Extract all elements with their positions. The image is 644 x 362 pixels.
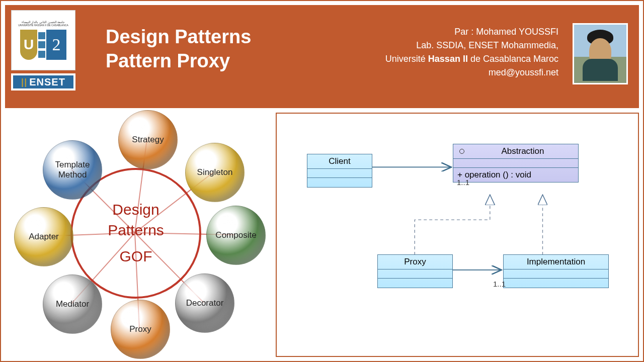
logo-bars <box>38 30 45 60</box>
uml-class-client: Client <box>307 154 372 188</box>
pattern-ball-strategy: Strategy <box>118 110 178 169</box>
center-l2: Patterns <box>108 220 164 241</box>
uml-class-proxy: Proxy <box>377 254 453 288</box>
title-line-1: Design Patterns <box>106 25 251 49</box>
uml-class-abstraction: Abstraction + operation () : void <box>453 144 579 183</box>
slide: جامعة الحسن الثاني بالدار البيضاء UNIVER… <box>0 0 644 362</box>
logo-glyph: U 2 <box>20 30 66 60</box>
pattern-ball-proxy: Proxy <box>111 300 170 359</box>
logo-block: جامعة الحسن الثاني بالدار البيضاء UNIVER… <box>11 10 76 90</box>
author-line-3: Université Hassan II de Casablanca Maroc <box>385 52 558 66</box>
logo-u: U <box>20 30 37 60</box>
author-line-1: Par : Mohamed YOUSSFI <box>385 25 558 39</box>
lower-content: Design Patterns GOF StrategySingletonCom… <box>5 113 639 357</box>
multiplicity-1: 1..1 <box>457 178 469 187</box>
abstraction-operation: + operation () : void <box>453 168 578 182</box>
author-block: Par : Mohamed YOUSSFI Lab. SSDIA, ENSET … <box>385 25 558 79</box>
center-l3: GOF <box>120 246 152 267</box>
title-line-2: Pattern Proxy <box>106 49 251 73</box>
university-logo: جامعة الحسن الثاني بالدار البيضاء UNIVER… <box>11 10 75 70</box>
pattern-ball-composite: Composite <box>206 206 266 265</box>
photo-body <box>583 59 618 81</box>
pattern-wheel: Design Patterns GOF StrategySingletonCom… <box>5 113 267 359</box>
abstraction-name: Abstraction <box>473 146 572 156</box>
pattern-ball-template: Template Method <box>43 140 102 200</box>
logo-two: 2 <box>46 30 66 60</box>
uml-class-implementation: Implementation <box>503 254 609 288</box>
uml-diagram: Client Abstraction + operation () : void… <box>292 129 623 341</box>
pattern-ball-decorator: Decorator <box>175 274 234 333</box>
author-email: med@youssfi.net <box>385 66 558 79</box>
implementation-name: Implementation <box>504 255 608 269</box>
multiplicity-2: 1..1 <box>493 280 506 288</box>
uml-panel: Client Abstraction + operation () : void… <box>276 113 639 357</box>
center-l1: Design <box>112 200 159 220</box>
author-line-2: Lab. SSDIA, ENSET Mohammedia, <box>385 39 558 52</box>
pattern-ball-adapter: Adapter <box>14 207 73 266</box>
proxy-name: Proxy <box>378 255 452 269</box>
author-photo <box>573 23 628 84</box>
client-name: Client <box>307 154 372 169</box>
slide-title: Design Patterns Pattern Proxy <box>106 25 251 73</box>
pattern-ball-mediator: Mediator <box>43 275 102 334</box>
logo-text-sub: UNIVERSITÉ HASSAN II DE CASABLANCA <box>18 24 68 27</box>
pattern-ball-singleton: Singleton <box>185 143 245 202</box>
interface-lollipop-icon <box>459 149 464 154</box>
slide-header: جامعة الحسن الثاني بالدار البيضاء UNIVER… <box>5 5 639 108</box>
enset-badge: ENSET <box>11 73 75 90</box>
